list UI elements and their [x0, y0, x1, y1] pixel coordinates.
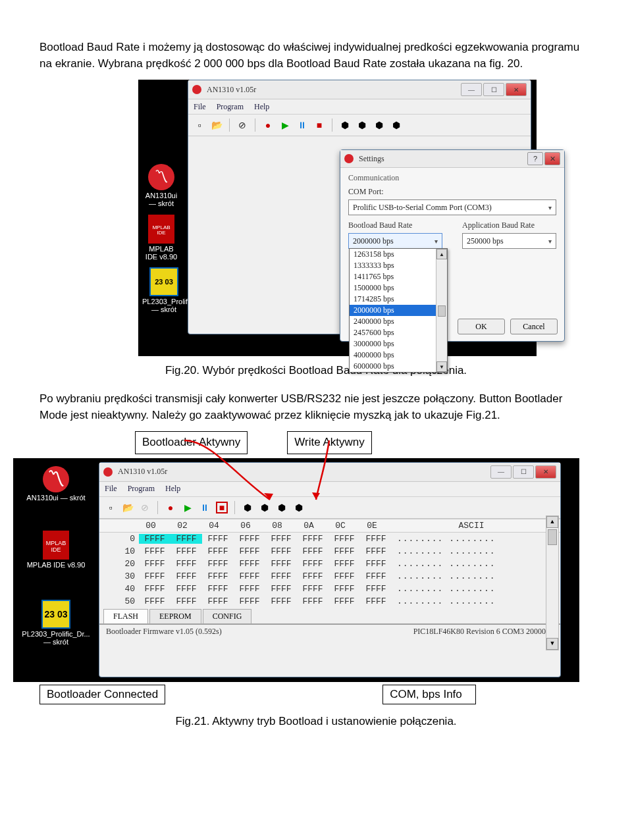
- hex-cell[interactable]: FFFF: [171, 546, 202, 556]
- write-device-icon[interactable]: ⬢: [356, 119, 368, 131]
- hex-cell[interactable]: FFFF: [139, 559, 171, 569]
- play-icon[interactable]: ▶: [279, 119, 291, 131]
- close-button[interactable]: ✕: [506, 83, 527, 96]
- baud-option[interactable]: 1333333 bps: [350, 260, 447, 271]
- abort-icon[interactable]: ⊘: [139, 502, 151, 513]
- hex-cell[interactable]: FFFF: [297, 596, 329, 606]
- close-button[interactable]: ✕: [535, 465, 556, 479]
- desktop-icon-an1310[interactable]: 〽 AN1310ui — skrót: [20, 466, 92, 502]
- ok-button[interactable]: OK: [458, 319, 505, 334]
- hex-cell[interactable]: FFFF: [171, 596, 202, 606]
- hex-cell[interactable]: FFFF: [139, 584, 171, 594]
- scroll-thumb[interactable]: [438, 305, 446, 317]
- hex-cell[interactable]: FFFF: [297, 546, 329, 556]
- hex-cell[interactable]: FFFF: [234, 571, 265, 581]
- scroll-track[interactable]: [546, 528, 558, 638]
- hex-cell[interactable]: FFFF: [139, 534, 171, 544]
- hex-cell[interactable]: FFFF: [171, 534, 202, 544]
- baud-option[interactable]: 1263158 bps: [350, 249, 447, 260]
- desktop-icon-an1310[interactable]: 〽 AN1310ui — skrót: [145, 164, 178, 207]
- play-icon[interactable]: ▶: [182, 502, 194, 513]
- erase-icon[interactable]: ⬢: [276, 502, 288, 513]
- tab-eeprom[interactable]: EEPROM: [149, 609, 201, 623]
- menu-help[interactable]: Help: [165, 484, 180, 494]
- hex-cell[interactable]: FFFF: [171, 584, 202, 594]
- hex-cell[interactable]: FFFF: [297, 559, 329, 569]
- cancel-button[interactable]: Cancel: [510, 319, 558, 334]
- hex-cell[interactable]: FFFF: [202, 559, 234, 569]
- hex-cell[interactable]: FFFF: [202, 584, 234, 594]
- maximize-button[interactable]: ☐: [483, 83, 504, 96]
- desktop-icon-mplab[interactable]: MPLAB IDE MPLAB IDE v8.90: [145, 215, 178, 261]
- hex-cell[interactable]: FFFF: [202, 571, 234, 581]
- hex-cell[interactable]: FFFF: [297, 571, 329, 581]
- read-device-icon[interactable]: ⬢: [339, 119, 351, 131]
- baud-option[interactable]: 2400000 bps: [350, 316, 447, 327]
- hex-cell[interactable]: FFFF: [234, 534, 265, 544]
- minimize-button[interactable]: —: [490, 465, 512, 479]
- hex-cell[interactable]: FFFF: [234, 559, 265, 569]
- hex-cell[interactable]: FFFF: [329, 534, 360, 544]
- baud-option[interactable]: 1411765 bps: [350, 271, 447, 282]
- titlebar[interactable]: AN1310 v1.05r — ☐ ✕: [188, 80, 531, 99]
- baud-option[interactable]: 4000000 bps: [350, 350, 447, 361]
- hex-cell[interactable]: FFFF: [360, 571, 392, 581]
- hex-cell[interactable]: FFFF: [329, 571, 360, 581]
- pause-icon[interactable]: ⏸: [199, 502, 211, 513]
- scroll-up-icon[interactable]: ▲: [546, 516, 558, 528]
- erase-icon[interactable]: ⬢: [373, 119, 385, 131]
- hex-cell[interactable]: FFFF: [265, 596, 297, 606]
- hex-cell[interactable]: FFFF: [139, 596, 171, 606]
- hex-cell[interactable]: FFFF: [265, 571, 297, 581]
- baud-option[interactable]: 6000000 bps: [350, 361, 447, 372]
- hex-scrollbar[interactable]: ▲ ▼: [546, 515, 559, 650]
- open-icon[interactable]: 📂: [122, 502, 134, 513]
- new-icon[interactable]: ▫: [194, 119, 205, 131]
- hex-cell[interactable]: FFFF: [171, 571, 202, 581]
- titlebar[interactable]: AN1310 v1.05r — ☐ ✕: [99, 463, 560, 482]
- stop-icon[interactable]: ■: [313, 119, 325, 131]
- menu-help[interactable]: Help: [254, 102, 269, 112]
- baud-option[interactable]: 1714285 bps: [350, 294, 447, 305]
- menu-program[interactable]: Program: [217, 102, 244, 112]
- bootload-baud-combo[interactable]: 2000000 bps▾ 1263158 bps 1333333 bps 141…: [348, 233, 442, 249]
- hex-cell[interactable]: FFFF: [202, 534, 234, 544]
- hex-cell[interactable]: FFFF: [202, 546, 234, 556]
- hex-cell[interactable]: FFFF: [360, 546, 392, 556]
- hex-cell[interactable]: FFFF: [234, 546, 265, 556]
- hex-cell[interactable]: FFFF: [360, 534, 392, 544]
- stop-icon[interactable]: ■: [216, 502, 228, 513]
- tab-flash[interactable]: FLASH: [103, 609, 148, 623]
- scroll-up-icon[interactable]: ▲: [436, 249, 447, 259]
- hex-cell[interactable]: FFFF: [360, 596, 392, 606]
- scroll-down-icon[interactable]: ▼: [546, 638, 558, 650]
- maximize-button[interactable]: ☐: [513, 465, 534, 479]
- hex-cell[interactable]: FFFF: [297, 584, 329, 594]
- hex-cell[interactable]: FFFF: [297, 534, 329, 544]
- hex-cell[interactable]: FFFF: [329, 596, 360, 606]
- hex-cell[interactable]: FFFF: [329, 584, 360, 594]
- read-device-icon[interactable]: ⬢: [242, 502, 253, 513]
- hex-cell[interactable]: FFFF: [171, 559, 202, 569]
- scroll-down-icon[interactable]: ▼: [436, 361, 447, 372]
- baud-option[interactable]: 1500000 bps: [350, 282, 447, 294]
- abort-icon[interactable]: ⊘: [236, 119, 248, 131]
- hex-cell[interactable]: FFFF: [265, 546, 297, 556]
- minimize-button[interactable]: —: [461, 83, 482, 96]
- hex-cell[interactable]: FFFF: [265, 584, 297, 594]
- menu-program[interactable]: Program: [128, 484, 155, 494]
- dropdown-scrollbar[interactable]: ▲ ▼: [436, 249, 447, 372]
- comport-combo[interactable]: Prolific USB-to-Serial Comm Port (COM3)▾: [348, 199, 556, 215]
- verify-icon[interactable]: ⬢: [390, 119, 402, 131]
- help-button[interactable]: ?: [527, 152, 543, 165]
- hex-cell[interactable]: FFFF: [329, 546, 360, 556]
- desktop-icon-pl2303[interactable]: 23 03 PL2303_Prolific_Dr... — skrót: [20, 600, 92, 646]
- hex-cell[interactable]: FFFF: [139, 571, 171, 581]
- baud-option-selected[interactable]: 2000000 bps: [350, 305, 447, 316]
- app-baud-combo[interactable]: 250000 bps▾: [462, 233, 556, 249]
- hex-cell[interactable]: FFFF: [360, 584, 392, 594]
- new-icon[interactable]: ▫: [105, 502, 117, 513]
- baud-option[interactable]: 2457600 bps: [350, 327, 447, 338]
- hex-cell[interactable]: FFFF: [329, 559, 360, 569]
- hex-cell[interactable]: FFFF: [202, 596, 234, 606]
